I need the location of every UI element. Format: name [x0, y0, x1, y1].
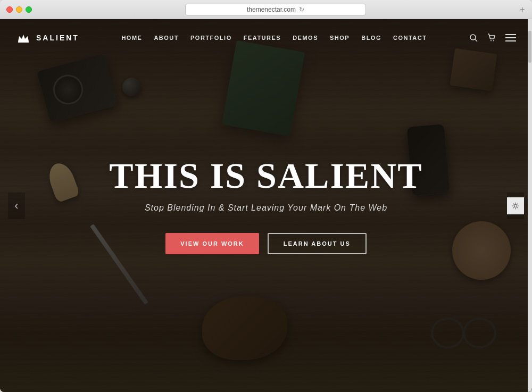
- svg-marker-0: [18, 35, 29, 41]
- browser-address-bar: themenectar.com ↻: [36, 4, 515, 15]
- url-text: themenectar.com: [247, 6, 296, 13]
- url-bar[interactable]: themenectar.com ↻: [185, 4, 366, 15]
- view-work-button[interactable]: VIEW OUR WORK: [165, 233, 259, 254]
- nav-item-blog[interactable]: BLOG: [361, 35, 381, 41]
- navigation: SALIENT HOME ABOUT PORTFOLIO FEATURES DE…: [0, 19, 532, 56]
- refresh-icon[interactable]: ↻: [299, 6, 304, 13]
- hamburger-line-1: [505, 34, 516, 35]
- maximize-button[interactable]: [26, 6, 32, 13]
- nav-menu: HOME ABOUT PORTFOLIO FEATURES DEMOS SHOP…: [121, 35, 427, 41]
- hero-title: THIS IS SALIENT: [109, 157, 422, 194]
- browser-titlebar: themenectar.com ↻ +: [0, 0, 532, 19]
- svg-line-3: [475, 39, 477, 41]
- prev-slide-arrow[interactable]: ‹: [8, 193, 25, 219]
- nav-item-portfolio[interactable]: PORTFOLIO: [190, 35, 232, 41]
- nav-icons: [469, 34, 516, 42]
- svg-point-6: [514, 204, 517, 207]
- website-container: SALIENT HOME ABOUT PORTFOLIO FEATURES DE…: [0, 19, 532, 392]
- traffic-lights: [6, 6, 32, 13]
- nav-item-contact[interactable]: CONTACT: [393, 35, 427, 41]
- hamburger-menu[interactable]: [505, 34, 516, 41]
- crown-svg: [17, 33, 30, 43]
- search-icon[interactable]: [469, 34, 478, 42]
- hamburger-line-3: [505, 40, 516, 41]
- svg-point-5: [493, 40, 494, 41]
- minimize-button[interactable]: [16, 6, 22, 13]
- scrollbar[interactable]: [528, 19, 532, 392]
- cart-icon[interactable]: [487, 34, 496, 42]
- browser-new-tab[interactable]: +: [519, 6, 526, 13]
- logo-text: SALIENT: [36, 34, 79, 42]
- settings-button[interactable]: [507, 197, 524, 214]
- nav-item-about[interactable]: ABOUT: [154, 35, 179, 41]
- hero-subtitle: Stop Blending In & Start Leaving Your Ma…: [145, 203, 387, 213]
- site-logo[interactable]: SALIENT: [16, 32, 79, 44]
- logo-icon: [16, 32, 31, 44]
- svg-point-2: [470, 35, 476, 40]
- nav-item-home[interactable]: HOME: [121, 35, 142, 41]
- svg-rect-1: [18, 41, 29, 43]
- browser-controls: +: [519, 6, 526, 13]
- scrollbar-thumb[interactable]: [528, 31, 531, 63]
- nav-item-features[interactable]: FEATURES: [244, 35, 281, 41]
- hamburger-line-2: [505, 37, 516, 38]
- svg-point-4: [491, 40, 492, 41]
- learn-about-button[interactable]: LEARN ABOUT US: [268, 233, 367, 254]
- nav-item-demos[interactable]: DEMOS: [293, 35, 318, 41]
- nav-item-shop[interactable]: SHOP: [330, 35, 350, 41]
- hero-buttons: VIEW OUR WORK LEARN ABOUT US: [165, 233, 366, 254]
- hero-content: THIS IS SALIENT Stop Blending In & Start…: [0, 19, 532, 392]
- close-button[interactable]: [6, 6, 13, 13]
- browser-window: themenectar.com ↻ +: [0, 0, 532, 392]
